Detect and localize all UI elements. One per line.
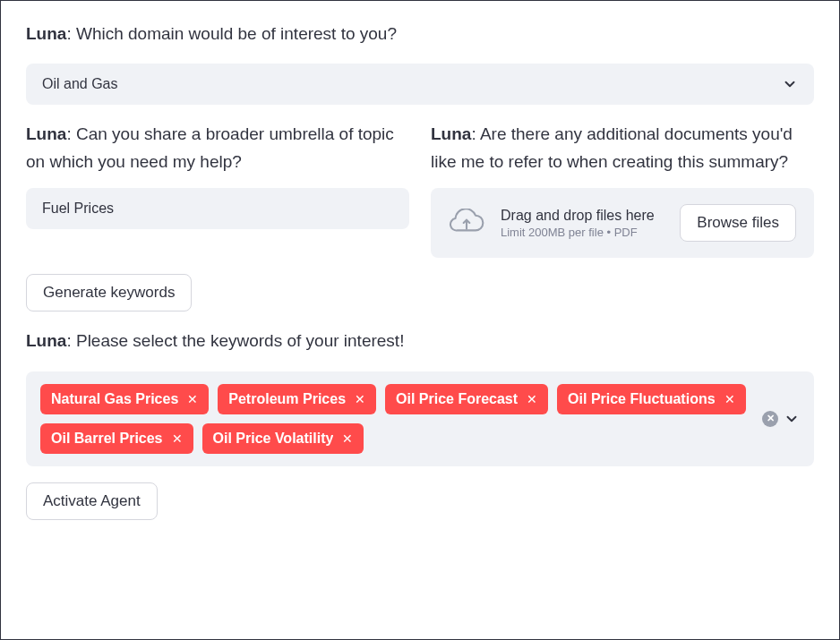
right-col: Luna: Are there any additional documents… [431,121,814,258]
activate-agent-button[interactable]: Activate Agent [26,482,158,520]
keyword-tag[interactable]: Oil Price Volatility✕ [202,423,364,454]
close-icon[interactable]: ✕ [355,393,365,405]
keyword-tag-label: Oil Price Forecast [396,391,518,407]
prompt-topic-text: Can you share a broader umbrella of topi… [26,124,394,170]
prompt-topic: Luna: Can you share a broader umbrella o… [26,121,409,175]
domain-select-value: Oil and Gas [42,76,117,92]
cloud-upload-icon [449,209,484,237]
keyword-tag-label: Oil Barrel Prices [51,431,163,447]
prompt-keywords-text: Please select the keywords of your inter… [76,331,404,350]
chevron-down-icon [782,76,798,92]
keyword-tag[interactable]: Oil Price Forecast✕ [385,384,548,414]
keyword-tags-container: Natural Gas Prices✕Petroleum Prices✕Oil … [40,384,751,454]
close-icon[interactable]: ✕ [172,432,183,445]
speaker-label: Luna [26,331,66,350]
keyword-tag-label: Oil Price Volatility [213,431,334,447]
keyword-tag-label: Oil Price Fluctuations [568,391,715,407]
upload-text: Drag and drop files here Limit 200MB per… [501,208,664,239]
browse-files-button[interactable]: Browse files [680,204,796,242]
keyword-tag-label: Natural Gas Prices [51,391,178,407]
keyword-tag[interactable]: Petroleum Prices✕ [218,384,376,414]
speaker-label: Luna [431,124,471,143]
prompt-docs-text: Are there any additional documents you'd… [431,124,793,170]
domain-select[interactable]: Oil and Gas [26,64,814,105]
multiselect-controls: ✕ [762,411,800,427]
clear-all-icon[interactable]: ✕ [762,411,778,427]
speaker-label: Luna [26,24,66,43]
keyword-tag-label: Petroleum Prices [228,391,346,407]
upload-drag-text: Drag and drop files here [501,208,664,224]
chevron-down-icon[interactable] [784,411,800,427]
keyword-tag[interactable]: Natural Gas Prices✕ [40,384,209,414]
left-col: Luna: Can you share a broader umbrella o… [26,121,409,258]
keyword-tag[interactable]: Oil Barrel Prices✕ [40,423,193,454]
file-uploader[interactable]: Drag and drop files here Limit 200MB per… [431,188,814,258]
generate-keywords-button[interactable]: Generate keywords [26,274,192,311]
speaker-label: Luna [26,124,66,143]
upload-limit-text: Limit 200MB per file • PDF [501,226,664,239]
close-icon[interactable]: ✕ [527,393,537,405]
prompt-docs: Luna: Are there any additional documents… [431,121,814,175]
keyword-tag[interactable]: Oil Price Fluctuations✕ [557,384,745,414]
topic-input[interactable]: Fuel Prices [26,188,409,229]
prompt-domain-text: Which domain would be of interest to you… [76,24,397,43]
two-column-row: Luna: Can you share a broader umbrella o… [26,121,814,258]
app-frame: Luna: Which domain would be of interest … [0,0,840,640]
prompt-domain: Luna: Which domain would be of interest … [26,21,814,47]
close-icon[interactable]: ✕ [724,393,735,405]
close-icon[interactable]: ✕ [187,393,198,405]
keywords-multiselect[interactable]: Natural Gas Prices✕Petroleum Prices✕Oil … [26,371,814,466]
prompt-keywords: Luna: Please select the keywords of your… [26,328,814,354]
close-icon[interactable]: ✕ [342,432,353,445]
topic-input-value: Fuel Prices [42,201,114,216]
